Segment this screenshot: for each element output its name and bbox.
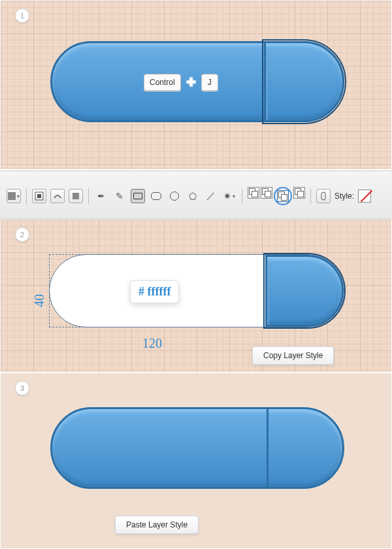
step-badge-1: 1 bbox=[15, 8, 29, 23]
separator bbox=[242, 188, 242, 204]
svg-rect-1 bbox=[37, 194, 41, 198]
plus-icon: ✚ bbox=[186, 75, 196, 90]
subtract-from-shape-icon[interactable] bbox=[261, 187, 272, 199]
intersect-shapes-icon[interactable] bbox=[277, 190, 289, 202]
svg-rect-2 bbox=[73, 193, 79, 199]
pill-cap-selected[interactable] bbox=[264, 41, 344, 122]
pen-tool-icon[interactable]: ✒ bbox=[94, 191, 108, 201]
rounded-rectangle-shape-icon[interactable] bbox=[149, 192, 163, 200]
pill-shape-result[interactable] bbox=[50, 407, 344, 489]
path-combine-group bbox=[248, 187, 305, 205]
width-dimension: 120 bbox=[142, 336, 162, 351]
fill-hex-label: # ffffff bbox=[130, 280, 179, 303]
step-1-panel: 1 Control ✚ J bbox=[0, 0, 392, 170]
style-label: Style: bbox=[335, 191, 354, 201]
exclude-overlap-icon[interactable] bbox=[293, 187, 305, 199]
step-3-panel: 3 Paste Layer Style bbox=[0, 373, 392, 549]
separator bbox=[310, 188, 311, 204]
shape-layers-mode-icon[interactable] bbox=[32, 189, 46, 203]
polygon-shape-icon[interactable]: ⬠ bbox=[186, 191, 200, 201]
shortcut-hint: Control ✚ J bbox=[144, 74, 218, 91]
pill-divider bbox=[267, 409, 269, 487]
step-2-panel: 2 # ffffff 120 40 Copy Layer Style bbox=[0, 219, 392, 373]
rectangle-shape-icon[interactable] bbox=[131, 189, 145, 203]
ellipse-shape-icon[interactable] bbox=[167, 191, 182, 201]
step-badge-2: 2 bbox=[15, 227, 29, 242]
key-j: J bbox=[201, 74, 218, 91]
paths-mode-icon[interactable] bbox=[50, 189, 65, 203]
link-style-icon[interactable] bbox=[316, 189, 331, 203]
height-dimension: 40 bbox=[32, 294, 47, 307]
copy-layer-style-button[interactable]: Copy Layer Style bbox=[252, 346, 334, 365]
separator bbox=[88, 188, 89, 204]
line-shape-icon[interactable]: ／ bbox=[204, 190, 218, 202]
options-toolbar: ✒ ✎ ⬠ ／ ✷ Style: bbox=[0, 171, 392, 219]
svg-rect-3 bbox=[321, 192, 325, 200]
pill-cap-selected-2[interactable] bbox=[265, 255, 344, 327]
key-control: Control bbox=[144, 74, 181, 91]
separator bbox=[26, 188, 27, 204]
freeform-pen-icon[interactable]: ✎ bbox=[112, 191, 127, 201]
fill-pixels-mode-icon[interactable] bbox=[69, 189, 83, 203]
style-dropdown-none[interactable] bbox=[358, 190, 371, 203]
paste-layer-style-button[interactable]: Paste Layer Style bbox=[115, 516, 199, 534]
step-badge-3: 3 bbox=[15, 381, 29, 395]
intersect-shapes-highlight bbox=[274, 187, 292, 205]
shape-preset-dropdown[interactable] bbox=[7, 189, 21, 203]
custom-shape-icon[interactable]: ✷ bbox=[222, 191, 237, 201]
add-to-shape-icon[interactable] bbox=[248, 187, 259, 199]
